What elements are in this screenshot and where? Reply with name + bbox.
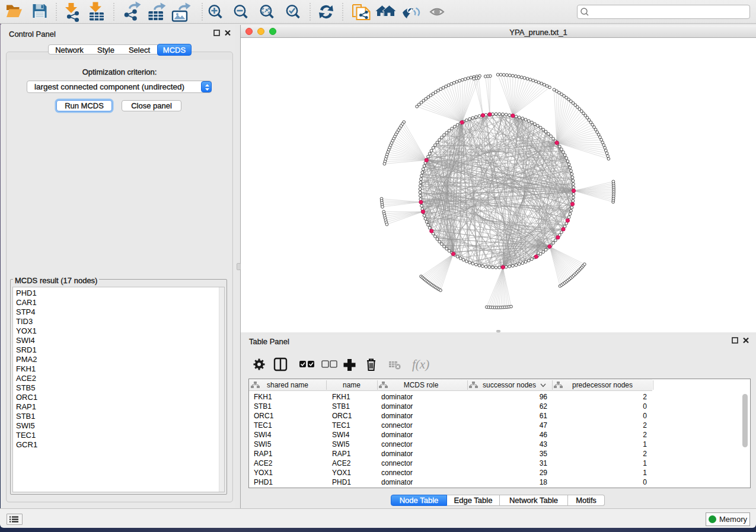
svg-text:MCDS role: MCDS role [404,381,439,389]
svg-text:successor nodes: successor nodes [483,381,536,389]
svg-text:f(x): f(x) [412,357,429,371]
svg-text:predecessor nodes: predecessor nodes [572,381,633,389]
svg-text:shared name: shared name [267,381,308,389]
svg-text:name: name [343,381,361,389]
